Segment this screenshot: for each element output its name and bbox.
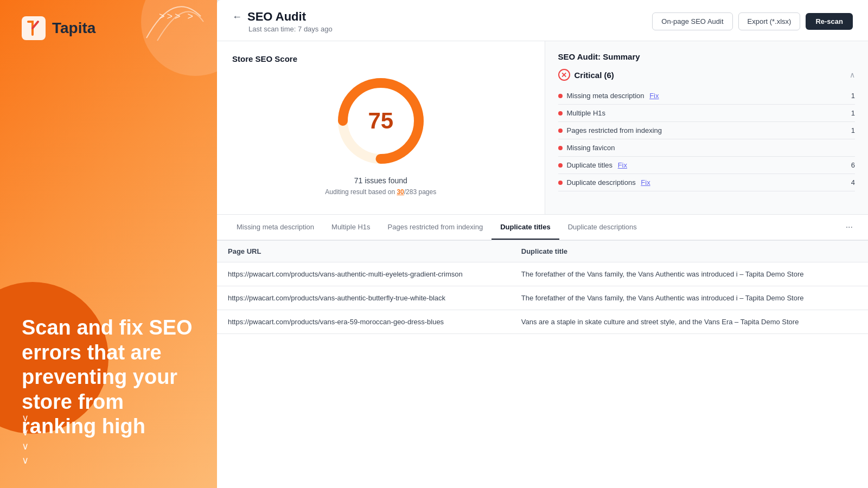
donut-chart: 75 <box>332 72 430 170</box>
fix-link-0[interactable]: Fix <box>649 92 659 100</box>
page-title: SEO Audit <box>247 10 306 24</box>
donut-center: 75 <box>368 108 393 134</box>
red-dot-3 <box>558 146 563 150</box>
summary-card: SEO Audit: Summary ✕ Critical (6) ∧ Miss… <box>545 41 869 215</box>
tabs-section: Missing meta description Multiple H1s Pa… <box>217 215 868 241</box>
left-panel: Tapita Scan and fix SEO errors that are … <box>0 0 217 488</box>
tab-more-button[interactable]: ··· <box>841 215 857 240</box>
summary-item-text-3: Missing favicon <box>567 144 615 152</box>
table-body: https://pwacart.com/products/vans-authen… <box>217 262 868 334</box>
auditing-pages-link[interactable]: 30 <box>397 188 404 196</box>
summary-item-text-1: Multiple H1s <box>567 109 606 117</box>
summary-title: SEO Audit: Summary <box>558 52 856 61</box>
hero-headline: Scan and fix SEO errors that are prevent… <box>22 316 195 439</box>
header-title-row: ← SEO Audit <box>232 10 333 24</box>
logo-area: Tapita <box>22 16 195 40</box>
summary-item-text-4: Duplicate titles Fix <box>567 161 628 169</box>
critical-left: ✕ Critical (6) <box>558 69 614 81</box>
summary-count-5: 4 <box>851 178 855 187</box>
back-button[interactable]: ← <box>232 11 242 23</box>
tab-duplicate-descriptions[interactable]: Duplicate descriptions <box>559 215 646 240</box>
critical-label: Critical (6) <box>575 70 614 80</box>
chevron-3: ∨ <box>22 440 29 452</box>
main-content: Store SEO Score 75 <box>217 41 868 488</box>
score-value: 75 <box>368 108 393 133</box>
last-scan-text: Last scan time: 7 days ago <box>248 25 333 33</box>
right-panel: ← SEO Audit Last scan time: 7 days ago O… <box>217 0 868 488</box>
issues-found-text: 71 issues found <box>354 176 407 185</box>
col-title-header: Duplicate title <box>510 241 868 262</box>
header-actions: On-page SEO Audit Export (*.xlsx) Re-sca… <box>652 12 853 30</box>
app-header: ← SEO Audit Last scan time: 7 days ago O… <box>217 0 868 41</box>
auditing-suffix: /283 pages <box>404 188 436 196</box>
red-dot-2 <box>558 129 563 133</box>
tapita-logo-icon <box>22 16 46 40</box>
hero-text: Scan and fix SEO errors that are prevent… <box>22 316 195 439</box>
title-cell-0: The forefather of the Vans family, the V… <box>510 262 868 286</box>
summary-item-text-0: Missing meta description Fix <box>567 92 659 100</box>
rescan-button[interactable]: Re-scan <box>806 13 853 30</box>
table-section: Page URL Duplicate title https://pwacart… <box>217 241 868 488</box>
url-cell-1: https://pwacart.com/products/vans-authen… <box>217 286 510 310</box>
fix-link-5[interactable]: Fix <box>641 178 650 187</box>
critical-icon: ✕ <box>558 69 570 81</box>
col-url-header: Page URL <box>217 241 510 262</box>
chevron-4: ∨ <box>22 454 29 466</box>
summary-item-3: Missing favicon <box>558 139 856 157</box>
summary-item-0: Missing meta description Fix 1 <box>558 87 856 105</box>
red-dot-1 <box>558 111 563 115</box>
score-chart-area: 75 71 issues found Auditing result based… <box>232 72 529 196</box>
chevron-2: ∨ <box>22 426 29 438</box>
on-page-seo-audit-button[interactable]: On-page SEO Audit <box>652 12 732 30</box>
summary-item-text-5: Duplicate descriptions Fix <box>567 178 650 187</box>
summary-count-0: 1 <box>851 92 855 100</box>
table-row: https://pwacart.com/products/vans-authen… <box>217 286 868 310</box>
chevron-1: ∨ <box>22 412 29 424</box>
red-dot-4 <box>558 163 563 168</box>
score-card-title: Store SEO Score <box>232 54 297 63</box>
top-section: Store SEO Score 75 <box>217 41 868 215</box>
chevrons-area: ∨ ∨ ∨ ∨ <box>22 412 29 466</box>
title-cell-2: Vans are a staple in skate culture and s… <box>510 310 868 334</box>
red-dot-5 <box>558 181 563 185</box>
url-cell-2: https://pwacart.com/products/vans-era-59… <box>217 310 510 334</box>
summary-item-1: Multiple H1s 1 <box>558 105 856 122</box>
critical-header: ✕ Critical (6) ∧ <box>558 69 856 81</box>
header-left: ← SEO Audit Last scan time: 7 days ago <box>232 10 333 33</box>
brand-name: Tapita <box>52 20 95 37</box>
summary-item-text-2: Pages restricted from indexing <box>567 126 662 134</box>
tabs-bar: Missing meta description Multiple H1s Pa… <box>217 215 868 240</box>
summary-item-5: Duplicate descriptions Fix 4 <box>558 174 856 191</box>
table-row: https://pwacart.com/products/vans-era-59… <box>217 310 868 334</box>
export-button[interactable]: Export (*.xlsx) <box>738 12 801 30</box>
results-table: Page URL Duplicate title https://pwacart… <box>217 241 868 334</box>
url-cell-0: https://pwacart.com/products/vans-authen… <box>217 262 510 286</box>
red-dot-0 <box>558 94 563 98</box>
summary-count-4: 6 <box>851 161 855 169</box>
summary-item-2: Pages restricted from indexing 1 <box>558 122 856 139</box>
table-header: Page URL Duplicate title <box>217 241 868 262</box>
fix-link-4[interactable]: Fix <box>618 161 627 169</box>
summary-count-2: 1 <box>851 126 855 134</box>
tab-duplicate-titles[interactable]: Duplicate titles <box>492 215 559 240</box>
tab-pages-restricted[interactable]: Pages restricted from indexing <box>379 215 492 240</box>
score-card: Store SEO Score 75 <box>217 41 545 215</box>
title-cell-1: The forefather of the Vans family, the V… <box>510 286 868 310</box>
app-window: ← SEO Audit Last scan time: 7 days ago O… <box>217 0 868 488</box>
collapse-icon[interactable]: ∧ <box>850 70 855 79</box>
tab-multiple-h1s[interactable]: Multiple H1s <box>323 215 379 240</box>
summary-item-4: Duplicate titles Fix 6 <box>558 157 856 174</box>
summary-count-1: 1 <box>851 109 855 117</box>
table-row: https://pwacart.com/products/vans-authen… <box>217 262 868 286</box>
auditing-result-text: Auditing result based on 30/283 pages <box>325 188 436 196</box>
tab-missing-meta[interactable]: Missing meta description <box>228 215 323 240</box>
auditing-prefix: Auditing result based on <box>325 188 397 196</box>
